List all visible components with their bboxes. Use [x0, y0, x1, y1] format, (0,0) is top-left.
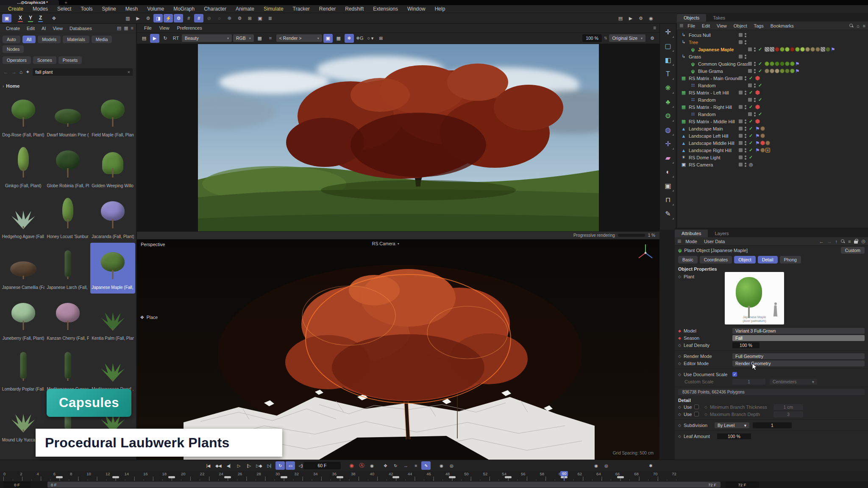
attribute-tab[interactable]: Detail	[758, 256, 778, 263]
enable-check-icon[interactable]	[749, 104, 755, 110]
object-tags[interactable]	[755, 76, 760, 80]
attributes-menu-item[interactable]: Mode	[682, 239, 701, 244]
size-mode-dropdown[interactable]: Original Size▾	[609, 34, 645, 42]
menu-item[interactable]: Help	[430, 6, 450, 12]
current-frame-field[interactable]: 60 F	[303, 462, 341, 469]
snapshot-b-button[interactable]: ❄G	[355, 34, 364, 43]
subdivision-mode-dropdown[interactable]: By Level▾	[715, 422, 749, 428]
object-tags[interactable]: ⚑×	[755, 148, 770, 152]
timeline-key-marker[interactable]	[337, 476, 343, 478]
menu-item[interactable]: Redshift	[340, 6, 368, 12]
layer-color-chip[interactable]	[739, 127, 743, 130]
object-row[interactable]: RS Matrix - Main Ground	[677, 75, 868, 82]
region-render-button[interactable]: ⌗	[266, 34, 275, 43]
viewport-name-label[interactable]: Perspective	[141, 242, 165, 247]
render-view-menu-item[interactable]: View	[156, 25, 173, 30]
start-ipr-button[interactable]: ▶	[150, 34, 159, 43]
zoom-stepper[interactable]: ⇅	[604, 36, 607, 40]
menu-item[interactable]: Window	[403, 6, 430, 12]
object-name[interactable]: Landscape Left Hill	[689, 133, 739, 139]
layer-color-chip[interactable]	[739, 155, 743, 159]
menu-item[interactable]: Character	[199, 6, 231, 12]
object-tags[interactable]: ⚑	[765, 47, 835, 52]
object-name[interactable]: RS Matrix - Left Hill	[689, 90, 739, 95]
visibility-dots[interactable]	[745, 91, 746, 95]
grid-toggle-button[interactable]: ▦	[334, 34, 343, 43]
object-row[interactable]: Tree	[677, 39, 868, 46]
filter-chip[interactable]: Auto	[3, 36, 20, 43]
search-icon[interactable]	[849, 24, 853, 28]
layer-color-chip[interactable]	[739, 163, 743, 166]
use-max-branch-checkbox[interactable]	[694, 412, 699, 416]
menu-item[interactable]: Tools	[76, 6, 97, 12]
object-row[interactable]: Random	[677, 111, 868, 118]
new-tab-icon[interactable]: +	[65, 0, 67, 5]
enable-check-icon[interactable]	[749, 140, 755, 146]
model-dropdown[interactable]: Variant 3 Full-Grown	[732, 328, 865, 334]
attribute-tab[interactable]: Phong	[780, 256, 801, 263]
object-tags[interactable]: ⚑	[765, 69, 800, 73]
object-row[interactable]: Japanese Maple ⚑	[677, 46, 868, 53]
object-name[interactable]: Japanese Maple	[698, 47, 748, 52]
object-row[interactable]: Landscape Right Hill ⚑×	[677, 147, 868, 154]
asset-tile[interactable]: Jacaranda (Fall, Plant)	[90, 192, 135, 243]
grid-snap-button[interactable]: #	[184, 14, 193, 22]
layer-color-chip[interactable]	[739, 148, 743, 152]
object-name[interactable]: Focus Null	[689, 33, 739, 38]
enable-check-icon[interactable]	[758, 97, 765, 103]
filter-chip[interactable]: Media	[92, 36, 112, 43]
zoom-field[interactable]: 100 %	[582, 34, 602, 42]
layer-color-chip[interactable]	[739, 55, 743, 58]
render-camera-dropdown[interactable]: < Render >▾	[276, 34, 322, 42]
layer-color-chip[interactable]	[739, 141, 743, 145]
tool-a-button[interactable]: ⊞	[245, 14, 254, 22]
interactive-render-button[interactable]: ◨	[153, 14, 163, 22]
interface-color-icon[interactable]: ◉	[646, 14, 656, 22]
filter-icon[interactable]: ≡	[863, 23, 865, 28]
restart-render-button[interactable]: ↻	[161, 34, 170, 43]
filter-chip[interactable]: All	[22, 36, 36, 43]
menu-item[interactable]: Mesh	[121, 6, 142, 12]
key-diamond-icon[interactable]: ◇	[678, 412, 681, 416]
object-row[interactable]: Landscape Left Hill ⚑	[677, 132, 868, 139]
key-diamond-icon[interactable]: ◇	[678, 405, 681, 409]
timeline-key-marker[interactable]	[617, 476, 624, 478]
axis-z-toggle[interactable]: Z	[38, 14, 43, 22]
layer-color-chip[interactable]	[739, 119, 743, 123]
asset-tile[interactable]: Dog-Rose (Fall, Plant)	[1, 90, 46, 141]
object-menu-item[interactable]: View	[713, 23, 730, 28]
object-menu-item[interactable]: Tags	[751, 23, 767, 28]
panel-menu-icon[interactable]: ≡	[677, 238, 681, 245]
render-pass-dropdown[interactable]: Beauty▾	[182, 34, 232, 42]
asset-tile[interactable]: Honey Locust 'Sunbur…	[46, 192, 91, 243]
visibility-dots[interactable]	[745, 33, 746, 37]
layer-color-chip[interactable]	[748, 69, 752, 73]
asset-menu-item[interactable]: Create	[3, 26, 23, 31]
visibility-dots[interactable]	[745, 141, 746, 145]
hud-toggle-button[interactable]: ◉	[591, 461, 601, 470]
keyframe-selection-button[interactable]: ◉	[367, 461, 376, 470]
range-start-field[interactable]: 0 F	[3, 482, 31, 488]
timeline-key-marker[interactable]	[281, 476, 287, 478]
key-pla-button[interactable]: ✎	[421, 461, 431, 470]
channel-dropdown[interactable]: RGB▾	[233, 34, 254, 42]
object-menu-item[interactable]: File	[684, 23, 698, 28]
text-tool-icon[interactable]: T	[661, 67, 675, 80]
visibility-dots[interactable]	[745, 105, 746, 109]
asset-tile[interactable]: Field Maple (Fall, Plant)	[90, 90, 135, 141]
visibility-dots[interactable]	[745, 134, 746, 138]
snapshot-a-button[interactable]: ❄	[345, 34, 354, 43]
menu-item[interactable]: Extensions	[368, 6, 403, 12]
menu-item[interactable]: Select	[53, 6, 76, 12]
object-row[interactable]: Landscape Main ⚑	[677, 125, 868, 132]
asset-tile[interactable]: Ginkgo (Fall, Plant)	[1, 141, 46, 192]
render-mode-dropdown[interactable]: Full Geometry	[732, 353, 865, 359]
object-menu-item[interactable]: Edit	[698, 23, 713, 28]
layer-color-chip[interactable]	[748, 62, 752, 66]
keyframe-options-button[interactable]: ✱	[646, 461, 655, 470]
asset-tile[interactable]: Golden Weeping Willo…	[90, 141, 135, 192]
enable-check-icon[interactable]	[749, 155, 755, 160]
asset-tile[interactable]: Hedgehog Agave (Fall…	[1, 192, 46, 243]
asset-tile[interactable]: Japanese Camellia (Fal…	[1, 243, 46, 294]
menu-item[interactable]: Render	[314, 6, 340, 12]
